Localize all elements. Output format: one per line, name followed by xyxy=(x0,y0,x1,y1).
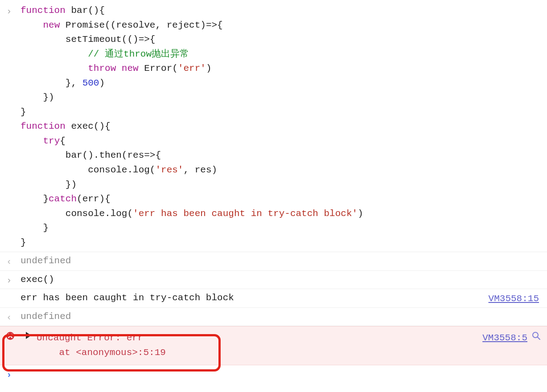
code-token: { xyxy=(60,136,66,146)
console-input-entry: ›function bar(){ new Promise((resolve, r… xyxy=(0,2,547,252)
console-return-entry: ‹undefined xyxy=(0,308,547,327)
console-input[interactable] xyxy=(21,368,543,384)
code-token: function xyxy=(21,5,66,16)
code-token: bar().then(res=>{ xyxy=(21,150,161,160)
svg-line-1 xyxy=(538,337,540,339)
source-link[interactable]: VM3558:15 xyxy=(489,292,539,306)
code-token: ) xyxy=(206,63,212,74)
code-token: 500 xyxy=(82,78,99,88)
code-block[interactable]: function bar(){ new Promise((resolve, re… xyxy=(21,4,543,250)
code-token: (err){ xyxy=(77,194,111,204)
console-error-entry: Uncaught Error: err at <anonymous>:5:19V… xyxy=(0,326,547,365)
input-prompt-icon: › xyxy=(6,4,18,19)
code-token: bar(){ xyxy=(66,5,105,16)
expand-triangle-icon[interactable] xyxy=(26,332,31,339)
code-token: new xyxy=(43,20,60,30)
code-token: console.log( xyxy=(21,165,155,175)
code-token: }) xyxy=(21,180,77,190)
input-prompt-icon: › xyxy=(6,274,18,288)
console-return-entry: ‹undefined xyxy=(0,252,547,271)
log-message: err has been caught in try-catch block xyxy=(21,293,234,303)
code-block[interactable]: exec() xyxy=(21,273,543,287)
code-token: } xyxy=(21,237,26,248)
code-token xyxy=(21,20,43,30)
code-token: } xyxy=(21,107,26,117)
code-token: Promise((resolve, reject)=>{ xyxy=(60,20,222,30)
code-token: 'err' xyxy=(178,63,206,74)
code-token xyxy=(21,136,43,146)
code-token: try xyxy=(43,136,60,146)
search-icon[interactable] xyxy=(532,331,541,340)
code-token: }, xyxy=(21,78,82,88)
code-token: // 通过throw抛出异常 xyxy=(88,49,189,59)
code-token: , res) xyxy=(183,165,217,175)
code-token: 'err has been caught in try-catch block' xyxy=(133,208,358,219)
code-token xyxy=(21,49,88,59)
code-token xyxy=(21,63,88,74)
source-link[interactable]: VM3558:5 xyxy=(482,331,527,346)
code-token: 'res' xyxy=(155,165,183,175)
code-token: exec() xyxy=(21,274,54,285)
code-token: Error( xyxy=(139,63,178,74)
code-token: setTimeout(()=>{ xyxy=(21,34,155,45)
code-token xyxy=(116,63,122,74)
console-log-entry: err has been caught in try-catch blockVM… xyxy=(0,289,547,308)
code-token: catch xyxy=(49,194,77,204)
code-token: } xyxy=(21,194,49,204)
console-prompt-row[interactable]: › xyxy=(0,365,547,386)
code-token: function xyxy=(21,121,66,131)
svg-point-0 xyxy=(533,332,538,338)
return-prompt-icon: ‹ xyxy=(6,310,18,325)
error-icon xyxy=(6,332,14,340)
console-input-entry: ›exec() xyxy=(0,271,547,290)
code-token: new xyxy=(122,63,139,74)
return-value: undefined xyxy=(21,256,71,266)
code-token: }) xyxy=(21,92,54,102)
error-message: Uncaught Error: err at <anonymous>:5:19 xyxy=(37,331,543,360)
code-token: } xyxy=(21,223,49,233)
code-token: exec(){ xyxy=(66,121,111,131)
input-prompt-icon: › xyxy=(6,368,18,383)
code-token: ) xyxy=(99,78,105,88)
devtools-console: ›function bar(){ new Promise((resolve, r… xyxy=(0,0,547,386)
return-value: undefined xyxy=(21,311,71,322)
code-token: throw xyxy=(88,63,116,74)
return-prompt-icon: ‹ xyxy=(6,255,18,270)
code-token: console.log( xyxy=(21,208,133,219)
code-token: ) xyxy=(358,208,363,219)
